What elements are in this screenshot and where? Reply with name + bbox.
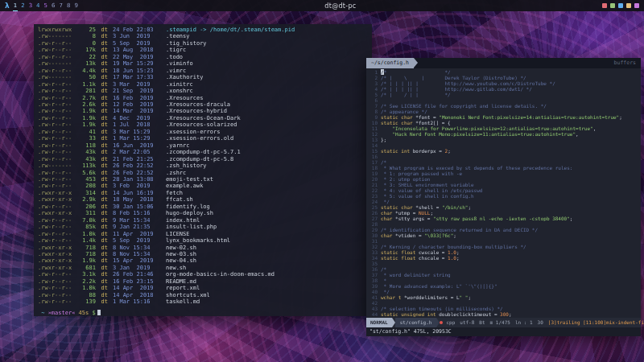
file-owner: dt (96, 74, 108, 80)
file-date: 18 May 2018 (113, 196, 166, 203)
file-permissions: .rw-r--r-- (38, 95, 75, 101)
status-segment: ≡ 1/475 (489, 318, 512, 327)
file-date: 9 Mar 15:34 (113, 217, 166, 224)
shell-prompt[interactable]: ~ »master« 45s $ (38, 310, 368, 316)
code-token: static int (381, 148, 413, 154)
file-size: 2.6k (75, 101, 96, 108)
workspace-4[interactable]: 4 (35, 1, 40, 11)
line-number: 3 (366, 80, 378, 86)
code-line: 5/* |____/ |_| */ (366, 92, 641, 97)
code-token: , (576, 131, 579, 137)
file-row: .rw-r--r--17kdt13 Aug 2018.tigrc (38, 47, 368, 53)
code-line: 20 * 2: utmp option (366, 176, 641, 182)
file-size: 1.9k (75, 121, 96, 128)
workspace-2[interactable]: 2 (20, 1, 25, 11)
file-name: taskell.md (166, 298, 200, 305)
file-row: .rw-r--r--208dt3 Feb 2019example.awk (38, 183, 368, 189)
file-owner: dt (96, 121, 108, 128)
file-owner: dt (96, 190, 108, 196)
file-permissions: .rwxr-xr-x (38, 265, 75, 271)
file-permissions: .rw-r--r-- (38, 40, 75, 47)
file-name: fidentify.log (166, 204, 210, 210)
editor-window[interactable]: ~/s/config.h buffers 1/* ____ _____ */2/… (366, 58, 641, 336)
file-size: 314 (75, 190, 96, 196)
code-token: ; (448, 148, 451, 154)
file-permissions: .rw-r--r-- (38, 101, 75, 108)
tray-icon-5[interactable] (634, 3, 639, 8)
file-owner: dt (96, 60, 108, 67)
file-permissions: .rw------- (38, 74, 75, 80)
tray-icon-2[interactable] (610, 3, 615, 8)
code-token: * 4: value of shell in /etc/passwd (381, 187, 482, 193)
code-token: * (381, 278, 386, 283)
window-title: dt@dt-pc (79, 2, 602, 10)
code-line: 41wchar_t *worddelimiters = L" "; (366, 294, 641, 300)
code-line: 32/* Kerning / character bounding-box mu… (366, 244, 641, 249)
code-token: /* Kerning / character bounding-box mult… (381, 244, 526, 249)
status-right: cpputf-8Bt≡ 1/475ln : 130[3]trailing [11… (440, 318, 644, 327)
file-name: .viminfo (166, 60, 193, 67)
file-size: 50 (75, 74, 96, 80)
file-owner: dt (96, 237, 108, 244)
file-owner: dt (96, 149, 108, 155)
line-number: 10 (366, 120, 378, 125)
vim-command-line[interactable]: "st/config.h" 475L, 20953C (366, 327, 641, 336)
terminal-window[interactable]: lrwxrwxrwx25dt24 Feb 22:03.steampid -> /… (34, 24, 372, 316)
workspace-6[interactable]: 6 (51, 1, 56, 11)
code-token: * 5: value of shell in config.h (381, 193, 474, 199)
file-date: 15 Apr 2019 (113, 257, 166, 264)
code-token: * word delimiter string (381, 272, 451, 278)
file-permissions: .rw-r--r-- (38, 237, 75, 244)
file-row: .rwxr-xr-x718dt8 Nov 15:34new-03.sh (38, 251, 368, 257)
code-token: * What program is execed by st depends o… (381, 165, 572, 171)
line-number: 20 (366, 176, 378, 182)
workspace-list: 123456789 (13, 1, 79, 11)
file-owner: dt (96, 115, 108, 121)
workspace-5[interactable]: 5 (43, 1, 48, 11)
code-line: 35 (366, 261, 641, 266)
code-line: 28 (366, 221, 641, 227)
tray-icon-4[interactable] (626, 3, 631, 8)
file-row: .rw-r--r--43kdt2 Mar 22:05.zcompdump-dt-… (38, 149, 368, 155)
line-number: 21 (366, 182, 378, 187)
tray-icon-3[interactable] (618, 3, 623, 8)
file-permissions: .rw-r--r-- (38, 54, 75, 60)
tab-config-h[interactable]: ~/s/config.h (366, 58, 414, 68)
vim-statusline: NORMAL st/config.h cpputf-8Bt≡ 1/475ln :… (366, 318, 641, 327)
file-date: 1 Mar 15:29 (113, 135, 166, 142)
file-size: 718 (75, 251, 96, 257)
file-row: .rw-------8dt3 Jun 2019.teensy (38, 33, 368, 39)
workspace-7[interactable]: 7 (59, 1, 64, 11)
code-token: char (381, 210, 395, 216)
code-area[interactable]: 1/* ____ _____ */2/* | _ \_ _| Derek Tay… (366, 68, 641, 318)
file-date: 11 Apr 2019 (113, 231, 166, 237)
code-token: *vtiden = (395, 232, 424, 238)
file-date: 17 Mar 17:33 (113, 74, 166, 80)
code-line: 9static char *font = "Mononoki Nerd Font… (366, 114, 641, 120)
file-permissions: .rw-r--r-- (38, 47, 75, 53)
tray-icon-1[interactable] (602, 3, 607, 8)
workspace-8[interactable]: 8 (66, 1, 71, 11)
workspace-1[interactable]: 1 (13, 1, 18, 11)
file-owner: dt (96, 27, 108, 33)
file-permissions: .rwxr-xr-x (38, 190, 75, 196)
file-date: 14 Mar 2019 (113, 108, 166, 114)
file-list: lrwxrwxrwx25dt24 Feb 22:03.steampid -> /… (38, 27, 368, 306)
file-owner: dt (96, 95, 108, 101)
file-name: .Xresources-hybrid (166, 108, 227, 114)
distro-logo-icon: λ (5, 2, 10, 10)
file-date: 14 Apr 2019 (113, 285, 166, 291)
code-token: chscale = (419, 255, 448, 261)
workspace-3[interactable]: 3 (28, 1, 33, 11)
code-token: *shell = (415, 204, 442, 210)
file-permissions: .rw-r--r-- (38, 129, 75, 135)
line-number: 19 (366, 171, 378, 176)
code-token: /* identification sequence returned in D… (381, 227, 538, 232)
file-permissions: .rw-r--r-- (38, 142, 75, 149)
file-size: 139 (75, 298, 96, 305)
file-name: new-04.sh (166, 257, 196, 264)
code-token: *font = (415, 114, 439, 120)
code-token: }; (381, 137, 386, 142)
vim-tabline: ~/s/config.h buffers (366, 58, 641, 68)
file-size: 1.0k (75, 285, 96, 291)
